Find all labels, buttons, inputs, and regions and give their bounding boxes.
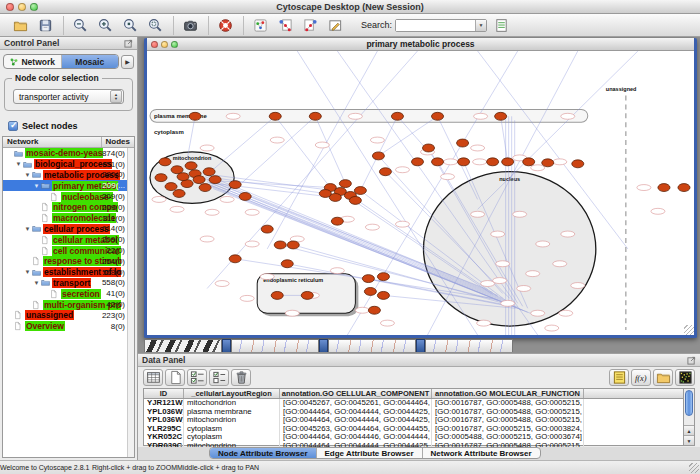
save-session-button[interactable]: [33, 16, 57, 35]
annotation-button[interactable]: [323, 16, 347, 35]
tree-row-cellular-process[interactable]: ▼cellular process614(0): [3, 224, 127, 235]
background-window-edge[interactable]: [416, 339, 425, 352]
table-row[interactable]: YPL036W__1mitochondrion[GO:0044464, GO:0…: [144, 416, 683, 425]
tree-row-response-to-stimulu[interactable]: response to stimulu264(0): [3, 256, 127, 267]
network-nodes-b-button[interactable]: [298, 16, 322, 35]
graph-node[interactable]: [159, 158, 171, 166]
graph-node[interactable]: [209, 176, 221, 184]
graph-node[interactable]: [239, 193, 251, 201]
tree-scrollbar[interactable]: [127, 148, 134, 457]
tree-row-overview[interactable]: Overview8(0): [3, 321, 127, 332]
graph-edge[interactable]: [207, 116, 275, 174]
attribute-form-button[interactable]: [609, 369, 629, 386]
tree-row-establishment-of-lo[interactable]: ▼establishment of lo558(0): [3, 267, 127, 278]
scrollbar-thumb[interactable]: [685, 390, 693, 416]
tree-row-secretion[interactable]: secretion41(0): [3, 288, 127, 299]
new-attribute-button[interactable]: [165, 369, 185, 386]
search-dropdown-arrow-icon[interactable]: ▼: [475, 20, 486, 31]
table-row[interactable]: YJR121W__1mitochondrion[GO:0045267, GO:0…: [144, 399, 683, 408]
import-table-button[interactable]: [489, 16, 513, 35]
network-nodes-a-button[interactable]: [273, 16, 297, 35]
graph-edge[interactable]: [275, 116, 330, 187]
graph-node[interactable]: [423, 144, 435, 152]
background-window-edge[interactable]: [222, 339, 231, 352]
table-column-header[interactable]: [584, 389, 683, 398]
open-file-button[interactable]: [8, 16, 32, 35]
graph-node[interactable]: [432, 158, 444, 166]
table-row[interactable]: YLR295Ccytoplasm[GO:0045263, GO:0044464,…: [144, 425, 683, 434]
graph-node[interactable]: [274, 241, 286, 249]
export-image-button[interactable]: [178, 16, 202, 35]
graph-node[interactable]: [155, 174, 167, 182]
graph-node[interactable]: [189, 112, 201, 120]
graph-node[interactable]: [377, 273, 389, 281]
attribute-matrix-button[interactable]: [675, 369, 695, 386]
unselect-attributes-button[interactable]: [209, 369, 229, 386]
scroll-down-button[interactable]: ▼: [684, 435, 694, 445]
graph-node[interactable]: [354, 187, 366, 195]
tree-row-mosaic-demo-yeast[interactable]: mosaic-demo-yeast874(0): [3, 148, 127, 159]
graph-node[interactable]: [287, 241, 299, 249]
graph-node[interactable]: [301, 291, 313, 299]
network-canvas[interactable]: plasma membranecytoplasmmitochondrionnuc…: [147, 51, 694, 335]
graph-node[interactable]: [269, 112, 281, 120]
tree-row-cell-communicat[interactable]: cell communicat22(0): [3, 245, 127, 256]
table-row[interactable]: YPL036W__2plasma membrane[GO:0044464, GO…: [144, 408, 683, 417]
select-attributes-button[interactable]: [187, 369, 207, 386]
graph-node[interactable]: [495, 112, 507, 120]
tree-expand-arrow-icon[interactable]: ▼: [24, 269, 31, 275]
help-button[interactable]: [213, 16, 237, 35]
graph-node[interactable]: [165, 183, 177, 191]
graph-node[interactable]: [458, 158, 470, 166]
background-window[interactable]: [328, 339, 416, 352]
scroll-up-button[interactable]: ▲: [684, 425, 694, 435]
tree-row-multi-organism-pro[interactable]: multi-organism pro42(0): [3, 299, 127, 310]
tree-row-biological-process[interactable]: ▼biological_process651(0): [3, 159, 127, 170]
tree-expand-arrow-icon[interactable]: ▼: [24, 226, 31, 232]
graph-node[interactable]: [173, 190, 185, 198]
tree-row-metabolic-process[interactable]: ▼metabolic process280(0): [3, 170, 127, 181]
tree-column-nodes[interactable]: Nodes: [102, 137, 134, 147]
tree-row-nitrogen-compo[interactable]: nitrogen compo209(0): [3, 202, 127, 213]
graph-node[interactable]: [331, 217, 343, 225]
tree-column-network[interactable]: Network: [3, 137, 102, 147]
graph-node[interactable]: [199, 184, 211, 192]
graph-node[interactable]: [185, 162, 197, 170]
tree-row-primary-metabo[interactable]: ▼primary metabo209(...: [3, 180, 127, 191]
import-attributes-button[interactable]: [653, 369, 673, 386]
graph-node[interactable]: [377, 291, 389, 299]
tab-node-attribute-browser[interactable]: Node Attribute Browser: [210, 448, 317, 458]
graph-edge[interactable]: [242, 116, 315, 182]
tree-row-nucleobase-[interactable]: nucleobase-209(0): [3, 191, 127, 202]
graph-node[interactable]: [271, 291, 283, 299]
graph-node[interactable]: [432, 112, 444, 120]
more-tabs-button[interactable]: ▶: [121, 55, 134, 69]
network-window-titlebar[interactable]: primary metabolic process: [147, 38, 694, 51]
graph-node[interactable]: [379, 168, 391, 176]
graph-node[interactable]: [368, 306, 380, 314]
attribute-grid-button[interactable]: [143, 369, 163, 386]
graph-node[interactable]: [372, 152, 384, 160]
graph-node[interactable]: [309, 112, 321, 120]
graph-node[interactable]: [391, 112, 403, 120]
graph-node[interactable]: [487, 158, 499, 166]
tree-expand-arrow-icon[interactable]: ▼: [33, 183, 40, 189]
select-nodes-checkbox[interactable]: [8, 121, 18, 131]
graph-node[interactable]: [281, 260, 293, 268]
app-resize-grip[interactable]: [689, 463, 699, 473]
graph-node[interactable]: [364, 288, 376, 296]
graph-node[interactable]: [457, 139, 469, 147]
graph-node[interactable]: [261, 225, 273, 233]
graph-node[interactable]: [411, 158, 423, 166]
tree-row-cellular-metabol[interactable]: cellular metabol209(0): [3, 234, 127, 245]
tree-expand-arrow-icon[interactable]: ▼: [15, 161, 22, 167]
create-view-button[interactable]: [248, 16, 272, 35]
background-window[interactable]: [231, 339, 319, 352]
tree-row-macromolecule[interactable]: macromolecule311(0): [3, 213, 127, 224]
tree-row-unassigned[interactable]: unassigned223(0): [3, 310, 127, 321]
graph-node[interactable]: [229, 255, 241, 263]
graph-node[interactable]: [362, 275, 374, 283]
background-window[interactable]: [144, 339, 222, 352]
graph-node[interactable]: [523, 158, 535, 166]
tree-expand-arrow-icon[interactable]: ▼: [33, 280, 40, 286]
